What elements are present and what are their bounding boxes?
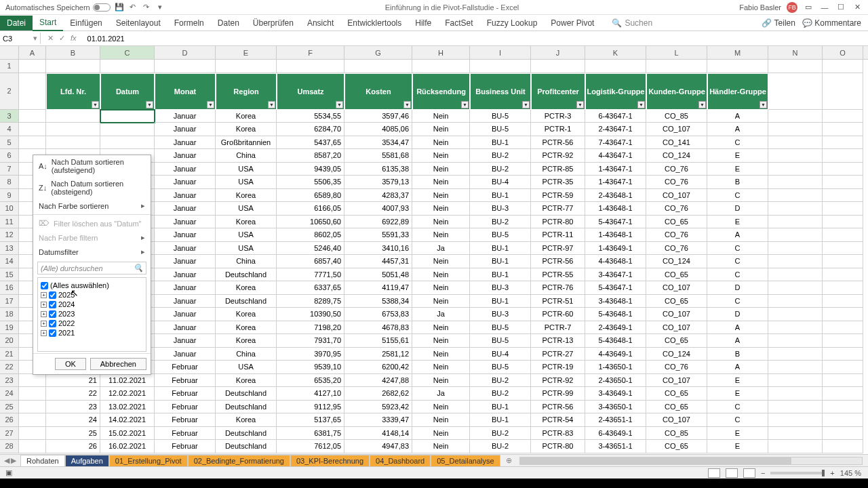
cell[interactable]: 5581,68 <box>344 149 412 163</box>
cell[interactable]: C <box>707 189 768 203</box>
cell[interactable]: BU-4 <box>470 176 531 189</box>
table-header[interactable]: Profitcenter▼ <box>531 73 585 110</box>
cell[interactable]: 7-43647-1 <box>585 136 646 150</box>
cell[interactable]: E <box>707 374 768 388</box>
cell[interactable]: 6284,70 <box>277 123 344 136</box>
cell[interactable]: BU-3 <box>470 308 531 321</box>
cell[interactable]: CO_141 <box>646 136 707 150</box>
cell[interactable]: China <box>216 348 277 361</box>
cell[interactable] <box>46 123 100 136</box>
cell[interactable]: USA <box>216 163 277 176</box>
tab-datei[interactable]: Datei <box>0 16 33 30</box>
cell[interactable]: E <box>707 427 768 441</box>
save-icon[interactable]: 💾 <box>115 3 124 12</box>
row-header-17[interactable]: 17 <box>0 295 18 308</box>
nav-prev-icon[interactable]: ◀ <box>4 456 9 465</box>
cell[interactable]: 6922,89 <box>344 216 412 229</box>
cell[interactable]: Januar <box>155 136 216 150</box>
cell[interactable]: 5534,55 <box>277 110 344 123</box>
cell[interactable]: 5437,65 <box>277 136 344 150</box>
cell[interactable]: Januar <box>155 202 216 216</box>
col-header-C[interactable]: C <box>100 46 155 59</box>
cell[interactable]: BU-1 <box>470 189 531 203</box>
cell[interactable]: Großbritannien <box>216 136 277 150</box>
cell[interactable]: B <box>707 176 768 189</box>
cell[interactable] <box>46 136 100 150</box>
filter-arrow-icon[interactable]: ▼ <box>336 101 343 108</box>
cell[interactable]: Februar <box>155 440 216 453</box>
table-header[interactable]: Logistik-Gruppe▼ <box>585 73 646 110</box>
cell[interactable]: C <box>707 413 768 427</box>
year-item[interactable]: +2024 <box>41 300 143 309</box>
cell[interactable]: BU-2 <box>470 149 531 163</box>
filter-arrow-icon[interactable]: ▼ <box>576 101 584 108</box>
cell[interactable]: CO_65 <box>646 387 707 401</box>
cell[interactable]: A <box>707 321 768 335</box>
zoom-slider[interactable] <box>770 472 825 474</box>
cell[interactable]: 7612,05 <box>277 440 344 453</box>
cell[interactable]: BU-2 <box>470 216 531 229</box>
cell[interactable]: 4247,88 <box>344 374 412 388</box>
cell[interactable]: 7771,50 <box>277 268 344 282</box>
cell[interactable]: CO_76 <box>646 202 707 216</box>
cell[interactable]: 21 <box>46 374 100 388</box>
row-header-19[interactable]: 19 <box>0 321 18 335</box>
cell[interactable]: Deutschland <box>216 427 277 441</box>
table-header[interactable]: Business Unit▼ <box>470 73 531 110</box>
tab-ansicht[interactable]: Ansicht <box>300 16 340 30</box>
sheet-02[interactable]: 02_Bedingte_Formatierung <box>188 455 290 466</box>
cell[interactable]: E <box>707 387 768 401</box>
cell[interactable]: CO_65 <box>646 440 707 453</box>
cell[interactable]: BU-5 <box>470 321 531 335</box>
year-checkbox[interactable] <box>49 291 56 299</box>
maximize-icon[interactable]: ☐ <box>835 2 846 13</box>
cell[interactable]: Ja <box>412 387 470 401</box>
cell[interactable]: 2-43648-1 <box>585 189 646 203</box>
cell[interactable]: 3970,95 <box>277 348 344 361</box>
cell[interactable]: China <box>216 149 277 163</box>
cell[interactable]: Januar <box>155 123 216 136</box>
cell[interactable]: 4007,93 <box>344 202 412 216</box>
cell[interactable]: Korea <box>216 189 277 203</box>
filter-arrow-icon[interactable]: ▼ <box>403 101 411 108</box>
cell[interactable]: 8587,20 <box>277 149 344 163</box>
cell[interactable]: USA <box>216 202 277 216</box>
h-scrollbar[interactable] <box>519 457 863 465</box>
cell[interactable]: Januar <box>155 321 216 335</box>
cell[interactable]: Nein <box>412 189 470 203</box>
cell[interactable]: 6-43647-1 <box>585 110 646 123</box>
cell[interactable]: C <box>707 255 768 268</box>
cell[interactable]: 5591,33 <box>344 228 412 242</box>
row-header-12[interactable]: 12 <box>0 228 18 242</box>
cell[interactable]: PCTR-3 <box>531 110 585 123</box>
cell[interactable]: Nein <box>412 348 470 361</box>
avatar[interactable]: FB <box>787 2 797 13</box>
cell[interactable]: BU-1 <box>470 401 531 414</box>
cell[interactable]: PCTR-27 <box>531 348 585 361</box>
cell[interactable]: Nein <box>412 413 470 427</box>
cell[interactable]: 9112,95 <box>277 401 344 414</box>
minimize-icon[interactable]: — <box>819 2 830 13</box>
cell[interactable]: PCTR-80 <box>531 440 585 453</box>
cell[interactable]: Januar <box>155 216 216 229</box>
cell[interactable]: Februar <box>155 361 216 374</box>
cell[interactable]: Nein <box>412 149 470 163</box>
cell[interactable]: Januar <box>155 149 216 163</box>
cell[interactable]: Korea <box>216 216 277 229</box>
tab-powerpivot[interactable]: Power Pivot <box>544 16 601 30</box>
cell[interactable]: 5051,48 <box>344 268 412 282</box>
col-header-D[interactable]: D <box>155 46 216 59</box>
tab-daten[interactable]: Daten <box>211 16 246 30</box>
cell[interactable]: PCTR-83 <box>531 427 585 441</box>
cell[interactable]: USA <box>216 361 277 374</box>
cell[interactable]: 10390,50 <box>277 308 344 321</box>
cell[interactable]: 5-43647-1 <box>585 216 646 229</box>
cell[interactable]: Deutschland <box>216 268 277 282</box>
cell[interactable]: PCTR-60 <box>531 308 585 321</box>
cell[interactable]: China <box>216 255 277 268</box>
tab-seitenlayout[interactable]: Seitenlayout <box>109 16 167 30</box>
cell[interactable]: C <box>707 268 768 282</box>
cell[interactable]: BU-5 <box>470 123 531 136</box>
cell[interactable]: Januar <box>155 281 216 295</box>
cell[interactable]: CO_65 <box>646 401 707 414</box>
